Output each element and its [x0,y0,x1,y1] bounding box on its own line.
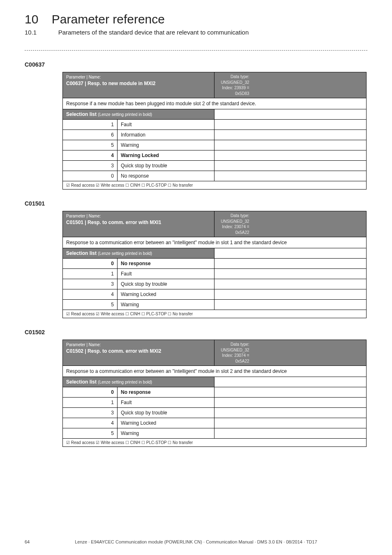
param-name-value: C00637 | Resp. to new module in MXI2 [66,81,155,86]
selection-number: 1 [63,398,118,408]
selection-row: 5Warning [63,300,367,310]
selection-number: 5 [63,300,118,310]
selection-list-header: Selection list (Lenze setting printed in… [63,377,214,387]
param-datatype-cell: Data type: UNSIGNED_32Index: 23074 = 0x5… [214,340,252,365]
param-datatype: Data type: UNSIGNED_32 [221,213,249,224]
selection-value: Warning [118,300,214,310]
access-flags: ☑ Read access ☑ Write access ☐ CINH ☐ PL… [63,181,367,190]
selection-value: No response [118,259,214,269]
selection-row: 1Fault [63,120,367,130]
selection-number: 0 [63,171,118,181]
access-flags: ☑ Read access ☑ Write access ☐ CINH ☐ PL… [63,439,367,447]
selection-row: 4Warning Locked [63,418,367,428]
selection-row: 5Warning [63,428,367,439]
selection-blank [214,161,367,171]
selection-blank [214,259,367,269]
page-footer: 64 Lenze · E94AYCEC Communication module… [25,539,367,544]
selection-blank [214,300,367,310]
param-code-heading: C00637 [25,61,367,68]
selection-blank [214,279,367,289]
selection-value: Fault [118,269,214,279]
selection-number: 1 [63,120,118,130]
selection-value: Information [118,130,214,140]
selection-number: 6 [63,130,118,140]
selection-value: Warning [118,428,214,439]
chapter-heading: 10 Parameter reference [25,12,367,26]
selection-header-blank [214,248,367,259]
param-index: Index: 23074 = 0x5A22 [222,353,249,363]
selection-blank [214,269,367,279]
access-flags: ☑ Read access ☑ Write access ☐ CINH ☐ PL… [63,310,367,318]
selection-row: 4Warning Locked [63,289,367,300]
subsection-title: Parameters of the standard device that a… [58,29,249,36]
param-code-heading: C01501 [25,200,367,207]
selection-value: Quick stop by trouble [118,408,214,418]
param-table: Parameter | Name:C01502 | Resp. to comm.… [62,340,367,447]
selection-blank [214,120,367,130]
selection-blank [214,289,367,300]
selection-number: 4 [63,418,118,428]
selection-number: 5 [63,140,118,150]
param-index: Index: 23939 = 0x5D83 [222,86,249,96]
param-name-value: C01501 | Resp. to comm. error with MXI1 [66,220,161,225]
selection-row: 0No response [63,171,367,181]
chapter-title: Parameter reference [52,12,165,26]
param-datatype: Data type: UNSIGNED_32 [221,342,249,352]
selection-number: 1 [63,269,118,279]
param-name-label: Parameter | Name: [66,342,101,347]
param-name-cell: Parameter | Name:C01502 | Resp. to comm.… [63,340,176,356]
selection-header-blank [214,109,367,120]
selection-row: 3Quick stop by trouble [63,161,367,171]
selection-blank [214,398,367,408]
selection-number: 4 [63,289,118,300]
selection-value: Warning Locked [118,418,214,428]
selection-value: Fault [118,120,214,130]
selection-row: 3Quick stop by trouble [63,279,367,289]
selection-value: No response [118,387,214,398]
selection-blank [214,428,367,439]
selection-header-blank [214,377,367,387]
selection-blank [214,140,367,150]
selection-row: 5Warning [63,140,367,150]
selection-value: Warning [118,140,214,150]
selection-blank [214,171,367,181]
selection-value: Warning Locked [118,289,214,300]
param-index: Index: 23074 = 0x5A22 [222,224,249,235]
selection-blank [214,130,367,140]
selection-row: 0No response [63,259,367,269]
param-table: Parameter | Name:C00637 | Resp. to new m… [62,72,367,190]
selection-value: Quick stop by trouble [118,161,214,171]
subsection-number: 10.1 [25,29,37,36]
selection-number: 5 [63,428,118,439]
selection-number: 0 [63,259,118,269]
selection-row: 6Information [63,130,367,140]
param-datatype: Data type: UNSIGNED_32 [221,74,249,85]
selection-blank [214,387,367,398]
param-description: Response to a communication error betwee… [63,366,367,377]
selection-blank [214,418,367,428]
param-name-label: Parameter | Name: [66,214,101,218]
doc-id: Lenze · E94AYCEC Communication module (P… [25,539,367,544]
selection-row: 4Warning Locked [63,150,367,161]
param-name-label: Parameter | Name: [66,75,101,79]
param-description: Response to a communication error betwee… [63,237,367,248]
selection-number: 3 [63,408,118,418]
param-code-heading: C01502 [25,329,367,335]
selection-number: 3 [63,161,118,171]
selection-value: Fault [118,398,214,408]
selection-list-header: Selection list (Lenze setting printed in… [63,109,214,120]
selection-row: 1Fault [63,269,367,279]
param-name-cell: Parameter | Name:C00637 | Resp. to new m… [63,72,176,88]
dashed-divider [25,50,367,51]
subsection-heading: 10.1 Parameters of the standard device t… [25,29,367,36]
selection-number: 3 [63,279,118,289]
selection-number: 0 [63,387,118,398]
selection-number: 4 [63,150,118,161]
param-name-cell: Parameter | Name:C01501 | Resp. to comm.… [63,211,176,227]
selection-row: 0No response [63,387,367,398]
selection-value: Quick stop by trouble [118,279,214,289]
param-datatype-cell: Data type: UNSIGNED_32Index: 23939 = 0x5… [214,72,252,98]
selection-value: Warning Locked [118,150,214,161]
chapter-number: 10 [25,12,38,26]
param-table: Parameter | Name:C01501 | Resp. to comm.… [62,211,367,318]
